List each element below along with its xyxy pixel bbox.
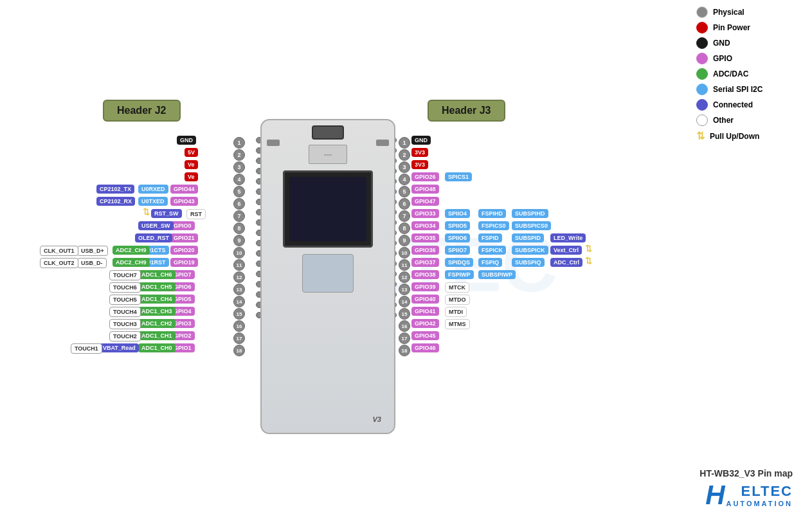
legend-serial: Serial SPI I2C (696, 84, 799, 95)
legend-gnd: GND (696, 37, 799, 49)
legend-pullupdown-label: Pull Up/Down (710, 132, 759, 141)
brand-automation: AUTOMATION (726, 500, 793, 507)
legend-gpio: GPIO (696, 53, 799, 64)
chip: ▫▫▫▫▫ (309, 145, 347, 164)
header-j3: Header J3 (428, 100, 505, 122)
other-icon (696, 114, 708, 126)
legend-other: Other (696, 114, 799, 126)
brand-h: H (705, 482, 725, 509)
brand-text: ELTEC AUTOMATION (726, 483, 793, 507)
brand-logo: H ELTEC AUTOMATION (699, 482, 793, 509)
legend-other-label: Other (713, 116, 734, 125)
gnd-icon (696, 37, 708, 49)
pull-arrow-11: ⇅ (585, 256, 592, 266)
legend-gnd-label: GND (713, 39, 730, 48)
connected-icon (696, 99, 708, 111)
board-title: HT-WB32_V3 Pin map (699, 468, 793, 478)
brand-area: HT-WB32_V3 Pin map H ELTEC AUTOMATION (699, 468, 793, 509)
pull-arrow-7: ⇅ (143, 207, 150, 217)
usb-port (312, 125, 344, 140)
legend-gpio-label: GPIO (713, 54, 732, 63)
board-version-label: V3 (373, 415, 381, 423)
legend-power-label: Pin Power (713, 23, 750, 32)
legend-physical-label: Physical (713, 8, 744, 17)
gpio-icon (696, 53, 708, 64)
power-icon (696, 22, 708, 33)
legend-connected-label: Connected (713, 100, 753, 109)
adc-icon (696, 68, 708, 80)
legend-adc: ADC/DAC (696, 68, 799, 80)
physical-icon (696, 6, 708, 18)
legend-adc-label: ADC/DAC (713, 69, 748, 78)
legend-pullupdown: ⇅ Pull Up/Down (696, 130, 799, 142)
oled-display (283, 170, 373, 248)
arrow-icon: ⇅ (696, 130, 705, 142)
btn-prg (376, 140, 389, 146)
board-image: ▫▫▫▫▫ V3 (260, 119, 395, 434)
legend-power: Pin Power (696, 22, 799, 33)
legend-serial-label: Serial SPI I2C (713, 85, 762, 94)
legend-panel: Physical Pin Power GND GPIO ADC/DAC Seri… (696, 6, 799, 146)
header-j2: Header J2 (103, 100, 181, 122)
legend-physical: Physical (696, 6, 799, 18)
legend-connected: Connected (696, 99, 799, 111)
btn-rst (267, 140, 280, 146)
pull-arrow-10: ⇅ (585, 244, 592, 253)
esp32-chip (302, 254, 354, 293)
brand-heltec: ELTEC (726, 483, 793, 500)
serial-icon (696, 84, 708, 95)
